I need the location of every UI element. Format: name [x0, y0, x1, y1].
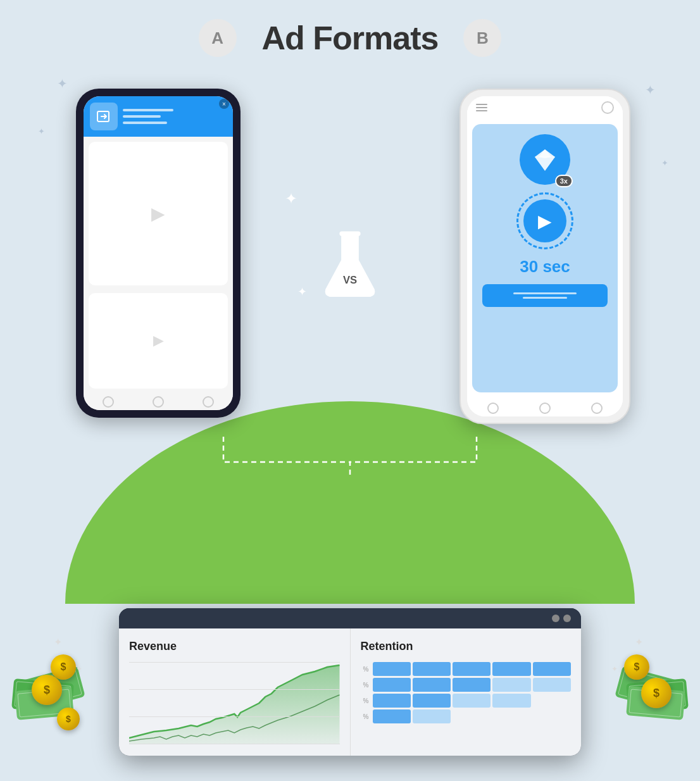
phone-a-screen: × ▶ ▶ — [84, 96, 233, 410]
window-dot-1 — [552, 615, 559, 622]
nav-dot-b-1[interactable] — [487, 403, 499, 414]
diamond-wrapper: 3x — [520, 134, 570, 185]
multiplier-badge: 3x — [555, 175, 573, 187]
revenue-title: Revenue — [129, 640, 340, 653]
phone-nav-bar — [84, 391, 233, 410]
hamburger-icon — [476, 104, 487, 111]
nav-dot-b-3[interactable] — [591, 403, 603, 414]
revenue-chart — [129, 662, 340, 744]
sparkle-icon: ✦ — [57, 76, 68, 91]
sparkle-icon: ✦ — [285, 190, 297, 208]
window-dot-2 — [563, 615, 571, 622]
badge-b: B — [463, 19, 501, 57]
circle-button[interactable] — [601, 101, 614, 114]
play-button[interactable]: ▶ — [523, 199, 566, 242]
nav-button-2[interactable] — [153, 396, 164, 408]
reward-bar — [482, 284, 608, 307]
badge-a: A — [199, 19, 237, 57]
header: A Ad Formats B — [0, 19, 700, 57]
phone-b-nav — [467, 397, 623, 416]
retention-section: Retention % % % — [350, 628, 582, 756]
svg-text:VS: VS — [343, 274, 357, 286]
sparkle-icon: ✦ — [38, 127, 45, 136]
svg-rect-4 — [339, 232, 360, 236]
rewarded-ad-content: 3x ▶ 30 sec — [472, 124, 618, 392]
vs-flask: VS — [318, 228, 382, 304]
page-title: Ad Formats — [262, 19, 439, 57]
close-button[interactable]: × — [219, 99, 229, 109]
play-icon-2: ▶ — [153, 332, 164, 349]
content-card-1: ▶ — [89, 142, 228, 285]
retention-title: Retention — [361, 640, 572, 653]
play-ring: ▶ — [516, 192, 573, 249]
nav-button-1[interactable] — [103, 396, 114, 408]
revenue-section: Revenue — [119, 628, 350, 756]
ad-icon — [90, 103, 118, 130]
retention-grid: % % % % — [361, 662, 572, 723]
phone-b: 3x ▶ 30 sec — [459, 89, 630, 424]
timer-text: 30 sec — [520, 257, 570, 277]
nav-button-3[interactable] — [203, 396, 214, 408]
banner-ad: × — [84, 96, 233, 137]
phone-a: × ▶ ▶ — [76, 89, 241, 418]
analytics-titlebar — [119, 608, 581, 628]
analytics-panel: Revenue — [119, 608, 581, 756]
nav-dot-b-2[interactable] — [539, 403, 551, 414]
ad-text-lines — [123, 109, 173, 124]
phone-b-topbar — [467, 96, 623, 119]
sparkle-icon: ✦ — [297, 285, 307, 299]
content-card-2: ▶ — [89, 293, 228, 389]
sparkle-icon: ✦ — [645, 82, 656, 97]
phone-b-screen: 3x ▶ 30 sec — [467, 96, 623, 416]
flask-icon: VS — [318, 228, 382, 304]
sparkle-icon: ✦ — [661, 158, 668, 168]
connector-lines — [160, 430, 540, 481]
analytics-content: Revenue — [119, 628, 581, 756]
play-icon: ▶ — [151, 203, 165, 224]
